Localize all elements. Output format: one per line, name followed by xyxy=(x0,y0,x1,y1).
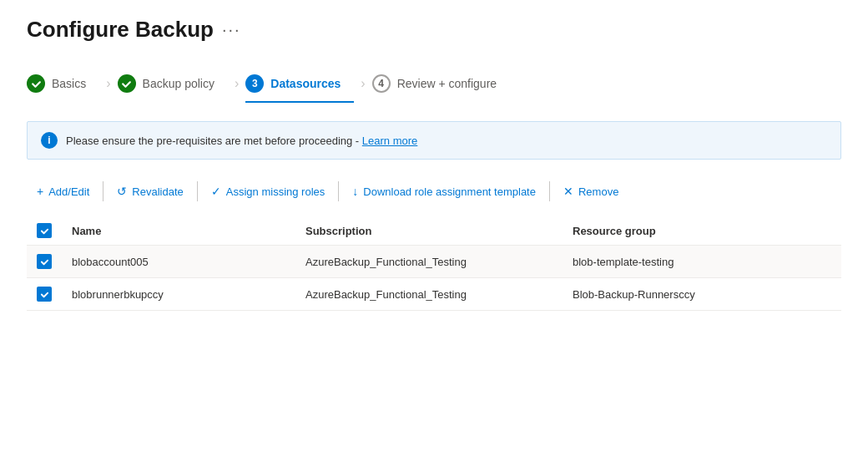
row-checkbox-cell[interactable] xyxy=(27,246,62,278)
row-name: blobrunnerbkupccy xyxy=(62,278,295,311)
assign-roles-button[interactable]: ✓ Assign missing roles xyxy=(201,180,336,203)
step-label-review: Review + configure xyxy=(397,77,497,90)
download-button[interactable]: ↓ Download role assignment template xyxy=(342,180,546,203)
row-checkbox[interactable] xyxy=(37,287,52,302)
remove-button[interactable]: ✕ Remove xyxy=(553,180,628,203)
steps-nav: Basics › Backup policy › 3 Datasources ›… xyxy=(27,66,841,101)
row-subscription: AzureBackup_Functional_Testing xyxy=(295,278,563,311)
step-divider-1: › xyxy=(99,76,117,91)
step-label-datasources: Datasources xyxy=(270,77,341,90)
revalidate-icon: ↺ xyxy=(117,185,127,198)
col-header-resource-group: Resource group xyxy=(563,216,841,246)
info-banner: i Please ensure the pre-requisites are m… xyxy=(27,121,841,160)
step-num-datasources: 3 xyxy=(245,74,264,93)
row-checkbox[interactable] xyxy=(37,254,52,269)
step-datasources[interactable]: 3 Datasources xyxy=(245,66,354,101)
row-resource-group: Blob-Backup-Runnersccy xyxy=(563,278,841,311)
step-label-backup-policy: Backup policy xyxy=(143,77,214,90)
table-row: blobrunnerbkupccyAzureBackup_Functional_… xyxy=(27,278,841,311)
banner-text: Please ensure the pre-requisites are met… xyxy=(66,135,417,147)
remove-icon: ✕ xyxy=(563,185,573,198)
download-icon: ↓ xyxy=(352,185,358,198)
step-divider-3: › xyxy=(354,76,371,91)
add-icon: + xyxy=(37,185,43,198)
revalidate-button[interactable]: ↺ Revalidate xyxy=(107,180,193,203)
info-icon: i xyxy=(41,132,58,149)
more-options-icon[interactable]: ··· xyxy=(222,20,241,39)
learn-more-link[interactable]: Learn more xyxy=(362,135,417,147)
toolbar-separator-4 xyxy=(549,181,550,201)
toolbar-separator-2 xyxy=(197,181,198,201)
datasources-table: Name Subscription Resource group blobacc… xyxy=(27,216,841,311)
step-label-basics: Basics xyxy=(52,77,86,90)
header-checkbox[interactable] xyxy=(37,223,52,238)
col-header-subscription: Subscription xyxy=(295,216,563,246)
col-header-name: Name xyxy=(62,216,295,246)
check-icon-basics xyxy=(27,74,45,93)
table-row: blobaccount005AzureBackup_Functional_Tes… xyxy=(27,246,841,278)
step-review[interactable]: 4 Review + configure xyxy=(372,66,510,101)
row-checkbox-cell[interactable] xyxy=(27,278,62,311)
col-header-checkbox[interactable] xyxy=(27,216,62,246)
step-basics[interactable]: Basics xyxy=(27,66,99,101)
row-subscription: AzureBackup_Functional_Testing xyxy=(295,246,563,278)
table-header-row: Name Subscription Resource group xyxy=(27,216,841,246)
row-name: blobaccount005 xyxy=(62,246,295,278)
check-roles-icon: ✓ xyxy=(211,185,221,198)
toolbar: + Add/Edit ↺ Revalidate ✓ Assign missing… xyxy=(27,180,841,203)
step-divider-2: › xyxy=(228,76,245,91)
toolbar-separator-1 xyxy=(103,181,103,201)
add-edit-button[interactable]: + Add/Edit xyxy=(27,180,99,203)
step-num-review: 4 xyxy=(372,74,391,93)
row-resource-group: blob-template-testing xyxy=(563,246,841,278)
check-icon-backup-policy xyxy=(118,74,136,93)
step-backup-policy[interactable]: Backup policy xyxy=(118,66,228,101)
page-title: Configure Backup xyxy=(27,17,214,43)
toolbar-separator-3 xyxy=(338,181,339,201)
